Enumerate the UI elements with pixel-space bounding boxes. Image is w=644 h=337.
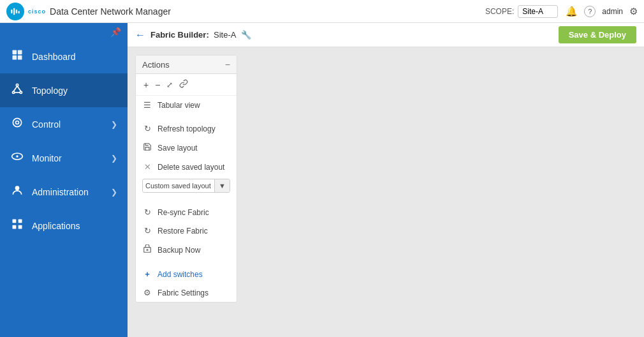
svg-point-17 — [16, 155, 18, 157]
actions-toolbar: + − ⤢ — [136, 74, 237, 96]
sidebar-item-topology[interactable]: Topology — [0, 73, 128, 107]
action-tabular-view[interactable]: ☰ Tabular view — [136, 96, 237, 114]
action-backup-now[interactable]: Backup Now — [136, 240, 237, 260]
main-content: Actions − + − ⤢ — [128, 47, 644, 337]
action-delete-layout-label: Delete saved layout — [157, 163, 224, 172]
svg-rect-1 — [13, 8, 15, 15]
actions-panel-header: Actions − — [136, 56, 237, 74]
toolbar-expand-button[interactable]: ⤢ — [165, 79, 174, 91]
sidebar-administration-label: Administration — [32, 187, 103, 197]
custom-layout-select[interactable]: Custom saved layout Default layout Auto … — [142, 179, 230, 193]
sidebar-topology-label: Topology — [32, 86, 117, 96]
custom-layout-dropdown[interactable]: Custom saved layout Default layout Auto … — [143, 180, 214, 191]
action-restore-label: Restore Fabric — [157, 227, 208, 236]
save-deploy-button[interactable]: Save & Deploy — [559, 26, 636, 43]
action-fabric-settings[interactable]: ⚙ Fabric Settings — [136, 283, 237, 302]
cisco-wordmark: cisco — [28, 8, 46, 15]
top-header: cisco Data Center Network Manager SCOPE:… — [0, 0, 644, 23]
resync-icon: ↻ — [142, 207, 152, 217]
svg-rect-0 — [11, 10, 12, 13]
action-refresh-topology-label: Refresh topology — [157, 124, 216, 133]
svg-point-9 — [13, 91, 15, 93]
content-area: ← Fabric Builder: Site-A 🔧 Save & Deploy… — [128, 23, 644, 337]
action-backup-label: Backup Now — [157, 246, 200, 255]
svg-point-18 — [15, 186, 20, 190]
action-add-switches[interactable]: + Add switches — [136, 265, 237, 283]
action-refresh-topology[interactable]: ↻ Refresh topology — [136, 119, 237, 138]
svg-point-8 — [16, 84, 18, 86]
dashboard-icon — [10, 49, 24, 64]
action-add-switches-label: Add switches — [157, 270, 203, 279]
actions-list: ☰ Tabular view ↻ Refresh topology — [136, 96, 237, 302]
action-divider-3 — [136, 260, 237, 265]
svg-rect-22 — [18, 225, 22, 229]
action-tabular-view-label: Tabular view — [157, 101, 200, 110]
app-title: Data Center Network Manager — [50, 6, 171, 17]
action-save-layout[interactable]: Save layout — [136, 138, 237, 158]
svg-rect-19 — [13, 220, 17, 223]
action-delete-saved-layout[interactable]: ✕ Delete saved layout — [136, 158, 237, 176]
svg-rect-6 — [13, 56, 17, 60]
breadcrumb-site: Site-A — [214, 30, 236, 40]
action-save-layout-label: Save layout — [157, 144, 198, 153]
sidebar-pin-area: 📌 — [0, 23, 128, 40]
svg-rect-7 — [18, 56, 22, 60]
svg-rect-4 — [13, 50, 17, 55]
back-button[interactable]: ← — [135, 29, 145, 41]
sidebar-item-monitor[interactable]: Monitor ❯ — [0, 141, 128, 175]
action-divider-1 — [136, 114, 237, 119]
add-switches-icon: + — [142, 269, 152, 279]
monitor-icon — [10, 150, 24, 166]
applications-icon — [10, 218, 24, 234]
breadcrumb-left: ← Fabric Builder: Site-A 🔧 — [135, 29, 251, 41]
pin-icon[interactable]: 📌 — [110, 27, 121, 37]
svg-point-15 — [16, 121, 19, 124]
toolbar-link-button[interactable] — [178, 78, 189, 91]
svg-rect-21 — [13, 225, 17, 229]
sidebar-item-dashboard[interactable]: Dashboard — [0, 40, 128, 73]
backup-icon — [142, 244, 152, 255]
cisco-text: cisco — [28, 8, 46, 15]
save-layout-icon — [142, 142, 152, 153]
refresh-topology-icon: ↻ — [142, 124, 152, 133]
wrench-icon[interactable]: 🔧 — [241, 30, 251, 40]
tabular-view-icon: ☰ — [142, 100, 152, 110]
toolbar-remove-button[interactable]: − — [154, 79, 161, 91]
topology-icon — [10, 82, 24, 98]
svg-rect-20 — [18, 220, 22, 223]
settings-icon[interactable]: ⚙ — [629, 6, 638, 17]
action-divider-2 — [136, 198, 237, 203]
actions-collapse-button[interactable]: − — [225, 59, 230, 70]
bell-icon[interactable]: 🔔 — [566, 6, 578, 17]
action-resync-fabric[interactable]: ↻ Re-sync Fabric — [136, 203, 237, 221]
administration-arrow-icon: ❯ — [111, 188, 117, 197]
user-label[interactable]: admin — [602, 7, 623, 16]
help-icon[interactable]: ? — [584, 6, 596, 17]
svg-line-11 — [13, 86, 17, 91]
scope-select[interactable]: Site-A Site-B Global — [518, 5, 558, 18]
breadcrumb-bar: ← Fabric Builder: Site-A 🔧 Save & Deploy — [128, 23, 644, 47]
fabric-settings-icon: ⚙ — [142, 288, 152, 297]
svg-rect-5 — [18, 50, 22, 55]
control-icon — [10, 116, 24, 132]
sidebar-item-administration[interactable]: Administration ❯ — [0, 175, 128, 209]
sidebar-dashboard-label: Dashboard — [32, 52, 117, 62]
restore-icon: ↻ — [142, 226, 152, 236]
administration-icon — [10, 184, 24, 200]
breadcrumb: Fabric Builder: Site-A — [150, 30, 236, 40]
toolbar-add-button[interactable]: + — [142, 79, 150, 91]
scope-label: SCOPE: — [485, 7, 514, 16]
sidebar-item-control[interactable]: Control ❯ — [0, 107, 128, 141]
svg-point-10 — [20, 91, 22, 93]
actions-panel: Actions − + − ⤢ — [135, 55, 237, 303]
sidebar: 📌 Dashboard — [0, 23, 128, 337]
sidebar-item-applications[interactable]: Applications — [0, 209, 128, 243]
action-restore-fabric[interactable]: ↻ Restore Fabric — [136, 221, 237, 240]
breadcrumb-prefix: Fabric Builder: — [150, 30, 209, 40]
svg-rect-2 — [16, 10, 17, 13]
header-icons: 🔔 ? admin ⚙ — [566, 6, 638, 17]
svg-rect-3 — [18, 11, 20, 13]
monitor-arrow-icon: ❯ — [111, 154, 117, 163]
svg-point-14 — [13, 118, 21, 126]
svg-line-12 — [17, 86, 21, 91]
